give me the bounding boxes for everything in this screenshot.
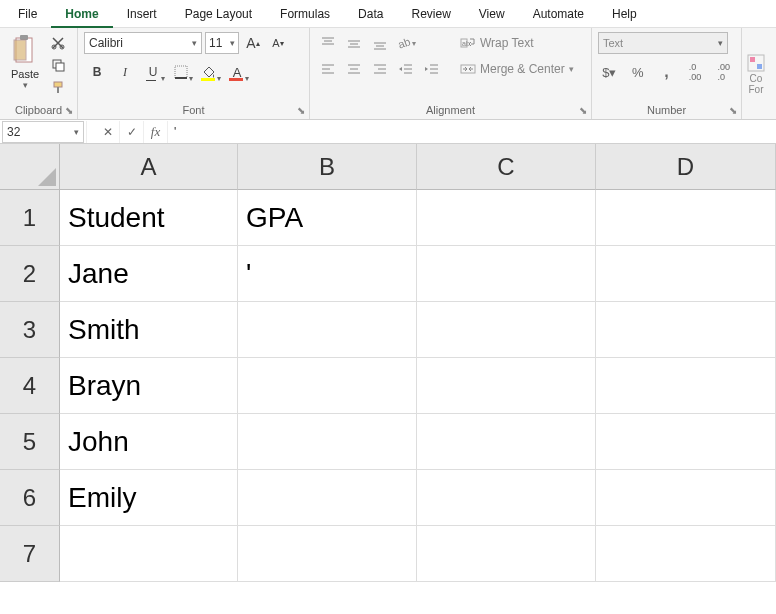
align-right-button[interactable] xyxy=(368,58,392,80)
fill-color-button[interactable]: ▾ xyxy=(196,60,222,84)
cell-A7[interactable] xyxy=(60,526,238,582)
format-painter-icon[interactable] xyxy=(48,78,68,96)
cell-B1[interactable]: GPA xyxy=(238,190,417,246)
cell-B2[interactable]: ' xyxy=(238,246,417,302)
group-number: Text▾ $ ▾ % , .0.00 .00.0 Number ⬊ xyxy=(592,28,742,119)
row-header-3[interactable]: 3 xyxy=(0,302,60,358)
cell-A3[interactable]: Smith xyxy=(60,302,238,358)
row-header-1[interactable]: 1 xyxy=(0,190,60,246)
borders-button[interactable]: ▾ xyxy=(168,60,194,84)
tab-view[interactable]: View xyxy=(465,0,519,28)
tab-insert[interactable]: Insert xyxy=(113,0,171,28)
col-header-d[interactable]: D xyxy=(596,144,776,190)
paste-label[interactable]: Paste xyxy=(11,68,39,80)
svg-rect-2 xyxy=(14,40,26,60)
name-box[interactable]: 32▾ xyxy=(2,121,84,143)
percent-format-button[interactable]: % xyxy=(627,60,650,84)
cell-C7[interactable] xyxy=(417,526,596,582)
shrink-font-button[interactable]: A▾ xyxy=(267,32,289,54)
italic-button[interactable]: I xyxy=(112,60,138,84)
row-header-4[interactable]: 4 xyxy=(0,358,60,414)
number-launcher[interactable]: ⬊ xyxy=(727,105,739,117)
wrap-text-button[interactable]: ab Wrap Text xyxy=(456,32,578,54)
cell-B7[interactable] xyxy=(238,526,417,582)
comma-format-button[interactable]: , xyxy=(655,60,678,84)
svg-text:ab: ab xyxy=(396,35,412,50)
copy-icon[interactable] xyxy=(48,56,68,74)
cell-D7[interactable] xyxy=(596,526,776,582)
cell-C3[interactable] xyxy=(417,302,596,358)
cell-D4[interactable] xyxy=(596,358,776,414)
accept-formula-button[interactable]: ✓ xyxy=(120,121,144,143)
cell-B5[interactable] xyxy=(238,414,417,470)
clipboard-launcher[interactable]: ⬊ xyxy=(63,105,75,117)
cell-A1[interactable]: Student xyxy=(60,190,238,246)
cell-D3[interactable] xyxy=(596,302,776,358)
cell-D1[interactable] xyxy=(596,190,776,246)
cut-icon[interactable] xyxy=(48,34,68,52)
decrease-indent-button[interactable] xyxy=(394,58,418,80)
font-launcher[interactable]: ⬊ xyxy=(295,105,307,117)
cell-D6[interactable] xyxy=(596,470,776,526)
font-color-button[interactable]: A▾ xyxy=(224,60,250,84)
cell-D2[interactable] xyxy=(596,246,776,302)
tab-help[interactable]: Help xyxy=(598,0,651,28)
spreadsheet-grid: A B C D 1StudentGPA2Jane'3Smith4Brayn5Jo… xyxy=(0,144,776,582)
tab-review[interactable]: Review xyxy=(397,0,464,28)
conditional-formatting-icon[interactable] xyxy=(746,53,766,73)
bold-button[interactable]: B xyxy=(84,60,110,84)
cell-C2[interactable] xyxy=(417,246,596,302)
cell-C5[interactable] xyxy=(417,414,596,470)
row-header-7[interactable]: 7 xyxy=(0,526,60,582)
cancel-formula-button[interactable]: ✕ xyxy=(96,121,120,143)
col-header-b[interactable]: B xyxy=(238,144,417,190)
group-font: Calibri▾ 11▾ A▴ A▾ B I U▾ ▾ ▾ A▾ Font ⬊ xyxy=(78,28,310,119)
cell-B3[interactable] xyxy=(238,302,417,358)
orientation-button[interactable]: ab▾ xyxy=(394,32,418,54)
align-middle-button[interactable] xyxy=(342,32,366,54)
cell-D5[interactable] xyxy=(596,414,776,470)
insert-function-button[interactable]: fx xyxy=(144,121,168,143)
tab-file[interactable]: File xyxy=(4,0,51,28)
cell-B6[interactable] xyxy=(238,470,417,526)
cell-C1[interactable] xyxy=(417,190,596,246)
font-size-select[interactable]: 11▾ xyxy=(205,32,239,54)
tab-page-layout[interactable]: Page Layout xyxy=(171,0,266,28)
grow-font-button[interactable]: A▴ xyxy=(242,32,264,54)
cell-C4[interactable] xyxy=(417,358,596,414)
ribbon: Paste ▾ Clipboard ⬊ Calibri▾ 11▾ A▴ A▾ B… xyxy=(0,28,776,120)
underline-button[interactable]: U▾ xyxy=(140,60,166,84)
align-center-button[interactable] xyxy=(342,58,366,80)
font-group-label: Font xyxy=(84,103,303,119)
row-header-6[interactable]: 6 xyxy=(0,470,60,526)
number-format-select[interactable]: Text▾ xyxy=(598,32,728,54)
accounting-format-button[interactable]: $ ▾ xyxy=(598,60,621,84)
formula-input[interactable]: ' xyxy=(168,125,776,139)
cell-A6[interactable]: Emily xyxy=(60,470,238,526)
increase-decimal-button[interactable]: .0.00 xyxy=(684,60,707,84)
row-header-5[interactable]: 5 xyxy=(0,414,60,470)
cell-A4[interactable]: Brayn xyxy=(60,358,238,414)
cell-A2[interactable]: Jane xyxy=(60,246,238,302)
alignment-launcher[interactable]: ⬊ xyxy=(577,105,589,117)
cell-A5[interactable]: John xyxy=(60,414,238,470)
increase-indent-button[interactable] xyxy=(420,58,444,80)
align-bottom-button[interactable] xyxy=(368,32,392,54)
paste-icon[interactable] xyxy=(10,32,40,68)
decrease-decimal-button[interactable]: .00.0 xyxy=(712,60,735,84)
select-all-corner[interactable] xyxy=(0,144,60,190)
merge-center-button[interactable]: Merge & Center▾ xyxy=(456,58,578,80)
col-header-a[interactable]: A xyxy=(60,144,238,190)
cell-B4[interactable] xyxy=(238,358,417,414)
col-header-c[interactable]: C xyxy=(417,144,596,190)
tab-formulas[interactable]: Formulas xyxy=(266,0,344,28)
row-header-2[interactable]: 2 xyxy=(0,246,60,302)
cell-C6[interactable] xyxy=(417,470,596,526)
formula-bar: 32▾ ✕ ✓ fx ' xyxy=(0,120,776,144)
align-top-button[interactable] xyxy=(316,32,340,54)
align-left-button[interactable] xyxy=(316,58,340,80)
font-name-select[interactable]: Calibri▾ xyxy=(84,32,202,54)
tab-home[interactable]: Home xyxy=(51,0,112,28)
tab-data[interactable]: Data xyxy=(344,0,397,28)
tab-automate[interactable]: Automate xyxy=(519,0,598,28)
